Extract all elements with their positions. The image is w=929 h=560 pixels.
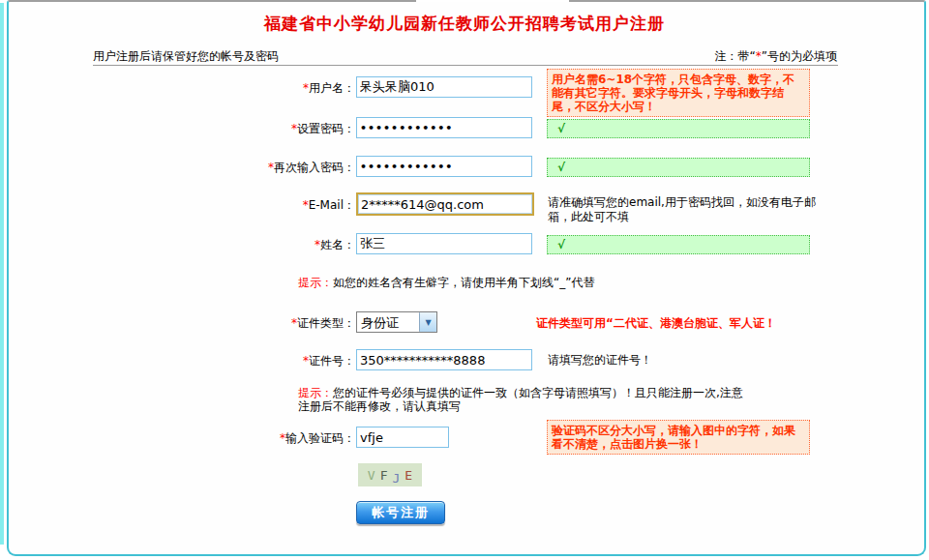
id-number-tip: 提示：您的证件号必须与提供的证件一致（如含字母请照填写）！且只能注册一次,注意 … (298, 386, 743, 413)
header-divider (93, 65, 838, 66)
captcha-hint-box: 验证码不区分大小写，请输入图中的字符，如果看不清楚，点击图片换一张！ (547, 420, 810, 455)
name-tip: 提示：如您的姓名含有生僻字，请使用半角下划线“_”代替 (298, 276, 594, 289)
id-number-label: *证件号： (65, 353, 355, 369)
captcha-letter: F (380, 468, 388, 483)
password-valid-box: √ (547, 119, 810, 138)
username-label: *用户名： (65, 80, 355, 97)
id-number-input[interactable] (356, 349, 532, 370)
subtitle-text: 用户注册后请保管好您的帐号及密码 (93, 48, 279, 65)
captcha-image[interactable]: V F J E (358, 463, 422, 486)
username-input[interactable] (356, 76, 532, 98)
name-valid-box: √ (547, 235, 810, 254)
email-hint: 请准确填写您的email,用于密码找回，如没有电子邮箱，此处可不填 (548, 195, 821, 224)
required-note: 注：带“*”号的为必填项 (715, 48, 837, 65)
id-type-label: *证件类型： (65, 315, 355, 332)
id-number-hint: 请填写您的证件号！ (548, 353, 821, 368)
chevron-down-icon[interactable]: ▼ (419, 312, 436, 332)
page-title: 福建省中小学幼儿园新任教师公开招聘考试用户注册 (0, 13, 929, 35)
password-confirm-label: *再次输入密码： (65, 160, 355, 176)
password-label: *设置密码： (65, 121, 355, 137)
id-type-selected-value: 身份证 (357, 312, 419, 332)
name-input[interactable] (356, 233, 532, 254)
captcha-letter: E (405, 468, 412, 483)
left-accent-stripe (0, 3, 4, 545)
email-label: *E-Mail： (65, 197, 355, 214)
check-icon: √ (557, 122, 565, 135)
captcha-letter: V (368, 468, 375, 483)
id-type-hint: 证件类型可用“二代证、港澳台胞证、军人证！ (536, 315, 776, 332)
captcha-input[interactable] (356, 427, 449, 448)
id-type-select[interactable]: 身份证 ▼ (356, 311, 437, 333)
check-icon: √ (557, 161, 565, 174)
check-icon: √ (557, 238, 565, 251)
email-input[interactable] (356, 192, 534, 216)
top-border-gap (416, 0, 569, 2)
captcha-label: *输入验证码： (65, 430, 355, 447)
username-hint-box: 用户名需6~18个字符，只包含字母、数字，不能有其它字符。要求字母开头，字母和数… (547, 69, 810, 117)
name-label: *姓名： (65, 237, 355, 253)
password-input[interactable] (356, 117, 532, 138)
register-button[interactable]: 帐号注册 (356, 501, 445, 524)
password-confirm-input[interactable] (356, 156, 532, 177)
registration-page: 福建省中小学幼儿园新任教师公开招聘考试用户注册 用户注册后请保管好您的帐号及密码… (0, 0, 929, 560)
password-confirm-valid-box: √ (547, 158, 810, 177)
captcha-letter: J (393, 471, 401, 486)
